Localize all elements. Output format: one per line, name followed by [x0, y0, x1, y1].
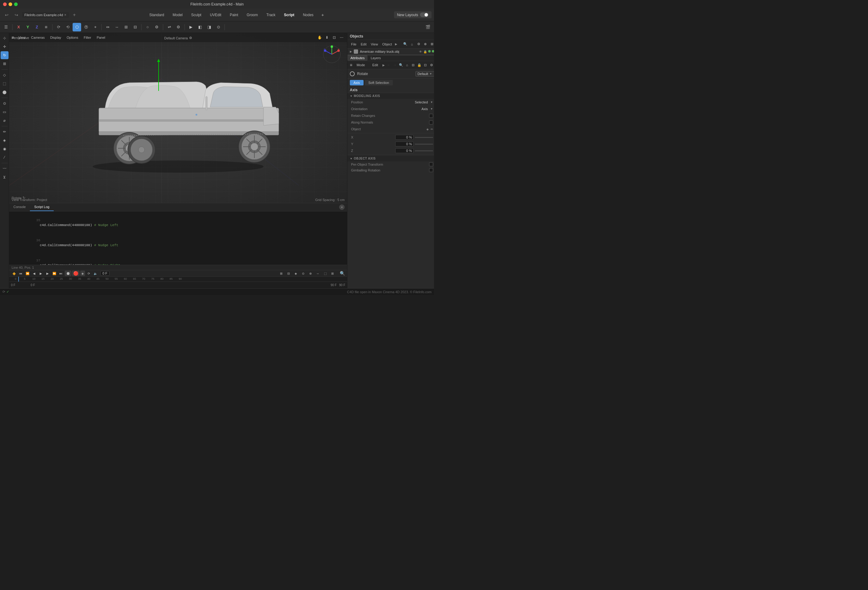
tab-model[interactable]: Model: [169, 12, 186, 18]
object-visible-icon[interactable]: 👁: [419, 50, 422, 53]
tab-nodes[interactable]: Nodes: [299, 12, 317, 18]
go-end-button[interactable]: ⏭: [58, 271, 64, 276]
rotate-y-btn[interactable]: ⟲: [63, 23, 72, 31]
render3-btn[interactable]: ◨: [205, 23, 214, 31]
x-value-field[interactable]: 0 %: [395, 135, 413, 140]
snap-btn[interactable]: ⌖: [91, 23, 99, 31]
brush-tool[interactable]: 〰: [1, 165, 9, 173]
auto-key-btn[interactable]: 🔴: [72, 271, 80, 276]
layers-tab[interactable]: Layers: [368, 55, 384, 61]
nav-forward-btn[interactable]: →: [392, 62, 398, 68]
render4-btn[interactable]: ⊙: [214, 23, 223, 31]
timeline-zoom-out[interactable]: 🔍: [339, 271, 345, 276]
maximize-button[interactable]: [14, 3, 18, 6]
retain-changes-checkbox[interactable]: [429, 114, 433, 118]
tab-paint[interactable]: Paint: [226, 12, 242, 18]
object-axis-header[interactable]: ▼ OBJECT AXIS: [347, 155, 434, 161]
objects-edit-menu[interactable]: Edit: [359, 42, 368, 47]
viewport-panel-menu[interactable]: Panel: [94, 35, 108, 40]
edit-menu-btn[interactable]: Edit: [369, 62, 381, 68]
viewport-options-menu[interactable]: Options: [64, 35, 81, 40]
nav-expand-btn[interactable]: ⊡: [423, 62, 428, 68]
go-next-frame-button[interactable]: ▶: [44, 271, 51, 276]
tab-uvedit[interactable]: UVEdit: [206, 12, 225, 18]
undo-button[interactable]: ↩: [3, 11, 11, 19]
objects-view-menu[interactable]: View: [369, 42, 380, 47]
objects-object-menu[interactable]: Object: [380, 42, 394, 47]
coordinate-btn[interactable]: ⊞: [42, 23, 50, 31]
y-slider[interactable]: [415, 144, 433, 145]
scale-tool[interactable]: ⊞: [1, 60, 9, 68]
edge-tool[interactable]: ⬚: [1, 80, 9, 87]
objects-search-btn[interactable]: 🔍: [403, 41, 408, 47]
scale-btn[interactable]: ↔: [112, 23, 121, 31]
viewport-hand-btn[interactable]: ✋: [317, 34, 323, 41]
timeline-tool3[interactable]: ◈: [293, 271, 299, 276]
viewport-dots-btn[interactable]: ⋯: [338, 34, 345, 41]
object-edit-icon[interactable]: ✏: [431, 127, 433, 131]
live-sel[interactable]: ⊙: [1, 99, 9, 107]
paint-tool[interactable]: ✏: [1, 128, 9, 136]
close-button[interactable]: [3, 3, 7, 6]
rotate-tool-sidebar[interactable]: ↻: [1, 51, 9, 59]
orientation-dropdown-icon[interactable]: ▼: [430, 107, 433, 111]
nav-lock-btn[interactable]: 🔒: [416, 62, 422, 68]
mode-menu-btn[interactable]: Mode: [353, 62, 368, 68]
add-tab-button[interactable]: +: [319, 11, 327, 19]
timeline-tool8[interactable]: ⊞: [329, 271, 335, 276]
viewport[interactable]: X Y Z ≡ View Cameras Dis: [9, 33, 347, 203]
z-slider[interactable]: [415, 151, 433, 151]
timeline-loop-btn[interactable]: ⟳: [86, 271, 92, 276]
nav-filter-btn[interactable]: ⊟: [410, 62, 416, 68]
keyframe-button[interactable]: ◆: [11, 271, 17, 276]
viewport-cameras-menu[interactable]: Cameras: [29, 35, 47, 40]
objects-menu-more[interactable]: ▶: [395, 42, 397, 46]
minimize-button[interactable]: [9, 3, 12, 6]
sculpt-tool[interactable]: ◈: [1, 136, 9, 144]
object-lock-icon[interactable]: 🔒: [423, 50, 427, 53]
play-button[interactable]: ▶: [38, 271, 44, 276]
objects-home-btn[interactable]: ⌂: [409, 41, 415, 47]
viewport-display-menu[interactable]: Display: [47, 35, 63, 40]
knife-tool[interactable]: ∕: [1, 154, 9, 161]
axis-tab-axis[interactable]: Axis: [350, 80, 363, 86]
script-log-tab[interactable]: Script Log: [30, 203, 54, 211]
timeline-tool5[interactable]: ⊛: [307, 271, 313, 276]
record-btn[interactable]: ⏺: [65, 271, 71, 276]
polygon-tool[interactable]: ◇: [1, 71, 9, 79]
motion-clip-btn[interactable]: ◈: [80, 271, 85, 276]
gear-sel-btn[interactable]: ⚙: [152, 23, 161, 31]
nav-settings2-btn[interactable]: ⚙: [429, 62, 434, 68]
gimballing-checkbox[interactable]: [429, 168, 433, 172]
objects-settings-btn[interactable]: ⚙: [416, 41, 422, 47]
rect-sel[interactable]: ▭: [1, 108, 9, 116]
x-axis-btn[interactable]: X: [14, 23, 23, 31]
camera-btn[interactable]: 🎬: [424, 23, 432, 31]
settings-btn[interactable]: ⚙: [174, 23, 183, 31]
rotate-active-btn[interactable]: ⬡: [72, 23, 81, 31]
new-tab-button[interactable]: +: [70, 11, 79, 19]
lasso-sel[interactable]: ⌀: [1, 117, 9, 124]
timeline-tool6[interactable]: ↔: [315, 271, 321, 276]
modeling-axis-header[interactable]: ▼ MODELING AXIS: [347, 93, 434, 99]
axis-tab-softsel[interactable]: Soft Selection: [365, 80, 393, 86]
position-dropdown-icon[interactable]: ▼: [430, 101, 433, 104]
timeline-tool7[interactable]: ⬚: [322, 271, 328, 276]
y-value-field[interactable]: 0 %: [395, 142, 413, 146]
y-axis-btn[interactable]: Y: [24, 23, 32, 31]
script-close-button[interactable]: ×: [339, 204, 345, 210]
viewport-expand-btn[interactable]: ⊡: [331, 34, 337, 41]
render1-btn[interactable]: ▶: [187, 23, 195, 31]
nav-search-btn[interactable]: 🔍: [398, 62, 404, 68]
camera-settings-icon[interactable]: ⚙: [189, 36, 192, 40]
attributes-tab[interactable]: Attributes: [347, 55, 368, 61]
along-normals-checkbox[interactable]: [429, 120, 433, 124]
select-tool[interactable]: ⊹: [1, 34, 9, 42]
go-prev-key-button[interactable]: ⏪: [24, 271, 31, 276]
move-tool[interactable]: ✛: [1, 43, 9, 51]
rotate-dropdown[interactable]: Default ▼: [415, 71, 434, 77]
z-value-field[interactable]: 0 %: [395, 148, 413, 153]
render2-btn[interactable]: ◧: [196, 23, 204, 31]
tab-script[interactable]: Script: [280, 12, 298, 18]
eyedropper-tool[interactable]: ⊻: [1, 173, 9, 181]
